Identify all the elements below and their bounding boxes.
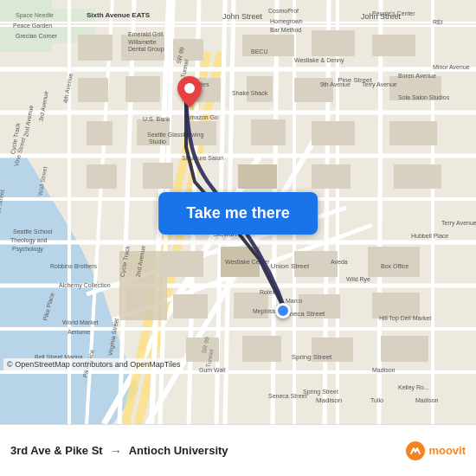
svg-text:Madison: Madison <box>372 367 396 373</box>
svg-rect-42 <box>372 35 415 56</box>
svg-text:Westlake Center: Westlake Center <box>225 259 270 265</box>
svg-text:Seattle Glassblowing: Seattle Glassblowing <box>147 132 203 138</box>
svg-text:Spring Street: Spring Street <box>303 389 338 396</box>
svg-rect-71 <box>381 336 428 362</box>
svg-text:9th Avenue: 9th Avenue <box>320 81 351 87</box>
svg-rect-54 <box>389 121 437 145</box>
svg-text:REI: REI <box>433 19 443 25</box>
svg-text:Westlake & Denny: Westlake & Denny <box>294 57 344 64</box>
svg-rect-60 <box>160 251 203 277</box>
svg-text:Madison: Madison <box>415 397 439 403</box>
svg-text:World Market: World Market <box>62 319 99 325</box>
svg-text:John Street: John Street <box>222 12 263 21</box>
svg-text:Robbins Brothers: Robbins Brothers <box>50 263 98 269</box>
svg-text:Amazon Go: Amazon Go <box>186 114 218 120</box>
svg-text:Box Office: Box Office <box>381 263 408 269</box>
moovit-logo: moovit <box>406 441 466 460</box>
svg-text:Gum Wall: Gum Wall <box>199 367 226 373</box>
svg-rect-57 <box>238 164 277 189</box>
svg-text:Seattle School: Seattle School <box>13 228 53 235</box>
svg-text:CosmoProf: CosmoProf <box>268 8 299 14</box>
svg-text:Peace Garden: Peace Garden <box>13 23 52 29</box>
svg-text:Dental Group: Dental Group <box>128 46 164 53</box>
bottom-bar: 3rd Ave & Pike St → Antioch University m… <box>0 424 476 476</box>
svg-text:Homegrown: Homegrown <box>270 18 303 25</box>
svg-text:Sixth Avenue EATS: Sixth Avenue EATS <box>87 11 151 19</box>
svg-text:Willamette: Willamette <box>128 39 157 45</box>
svg-text:People's Center: People's Center <box>372 10 415 17</box>
svg-text:Minor Avenue: Minor Avenue <box>433 64 470 70</box>
svg-rect-58 <box>312 164 351 189</box>
svg-rect-49 <box>87 121 113 145</box>
from-location: 3rd Ave & Pike St <box>10 444 103 457</box>
svg-rect-44 <box>125 76 160 102</box>
map-attribution: © OpenStreetMap contributors and OpenMap… <box>3 358 183 370</box>
svg-text:Bar Method: Bar Method <box>270 27 301 33</box>
svg-text:Hill Top Deli Market: Hill Top Deli Market <box>379 315 431 322</box>
svg-text:Space Needle: Space Needle <box>16 12 54 19</box>
svg-text:Union Street: Union Street <box>271 262 310 270</box>
svg-rect-40 <box>242 35 294 56</box>
svg-rect-53 <box>312 121 355 145</box>
svg-rect-63 <box>368 247 420 277</box>
svg-rect-59 <box>394 164 441 189</box>
take-me-there-button[interactable]: Take me there <box>158 192 318 235</box>
map-view[interactable]: John Street John Street Vine Street Wall… <box>0 0 476 424</box>
svg-text:Hubbell Place: Hubbell Place <box>411 233 448 239</box>
svg-text:Emerald Grill: Emerald Grill <box>128 31 164 37</box>
origin-pin <box>275 303 291 318</box>
svg-text:Grecian Corner: Grecian Corner <box>16 33 58 39</box>
svg-text:Alchemy Collection: Alchemy Collection <box>59 282 111 289</box>
svg-text:Wild Rye: Wild Rye <box>346 276 370 283</box>
svg-text:U.S. Bank: U.S. Bank <box>143 116 170 122</box>
svg-text:Sola Salon Studios: Sola Salon Studios <box>398 94 450 100</box>
svg-rect-55 <box>87 164 117 189</box>
svg-text:Mephisto: Mephisto <box>253 308 278 315</box>
svg-point-149 <box>184 83 195 93</box>
svg-rect-43 <box>78 78 108 102</box>
arrow-icon: → <box>110 444 122 458</box>
svg-rect-37 <box>78 35 113 61</box>
destination-pin <box>177 76 202 111</box>
svg-text:Shake Shack: Shake Shack <box>232 90 268 96</box>
svg-text:Kelley Ro...: Kelley Ro... <box>398 384 429 391</box>
to-location: Antioch University <box>129 444 228 457</box>
svg-text:Madison: Madison <box>316 396 342 404</box>
svg-rect-46 <box>247 76 273 102</box>
svg-rect-41 <box>312 30 355 56</box>
moovit-circle-icon <box>406 441 425 460</box>
moovit-text: moovit <box>428 444 466 457</box>
svg-text:Seneca Street: Seneca Street <box>268 393 306 399</box>
svg-rect-64 <box>173 294 208 318</box>
svg-text:Theology and: Theology and <box>10 237 48 244</box>
svg-rect-65 <box>234 293 268 318</box>
svg-line-20 <box>379 0 381 424</box>
svg-text:Boren Avenue: Boren Avenue <box>398 73 436 79</box>
svg-text:Studio: Studio <box>149 138 166 145</box>
svg-rect-52 <box>251 119 286 145</box>
svg-text:Structure Salon: Structure Salon <box>182 155 223 161</box>
svg-text:Spring Street: Spring Street <box>292 353 332 361</box>
svg-text:Terry Avenue: Terry Avenue <box>441 220 476 227</box>
svg-text:Rolex: Rolex <box>260 289 275 295</box>
svg-text:Psychology: Psychology <box>12 246 43 253</box>
route-info: 3rd Ave & Pike St → Antioch University <box>10 444 406 458</box>
svg-rect-56 <box>143 163 173 189</box>
svg-text:Aveda: Aveda <box>331 259 348 265</box>
svg-text:Tullo: Tullo <box>370 397 383 403</box>
svg-text:Aerlume: Aerlume <box>68 329 90 335</box>
svg-text:Terry Avenue: Terry Avenue <box>362 81 397 88</box>
svg-text:BECU: BECU <box>251 48 267 55</box>
svg-rect-69 <box>242 336 281 362</box>
